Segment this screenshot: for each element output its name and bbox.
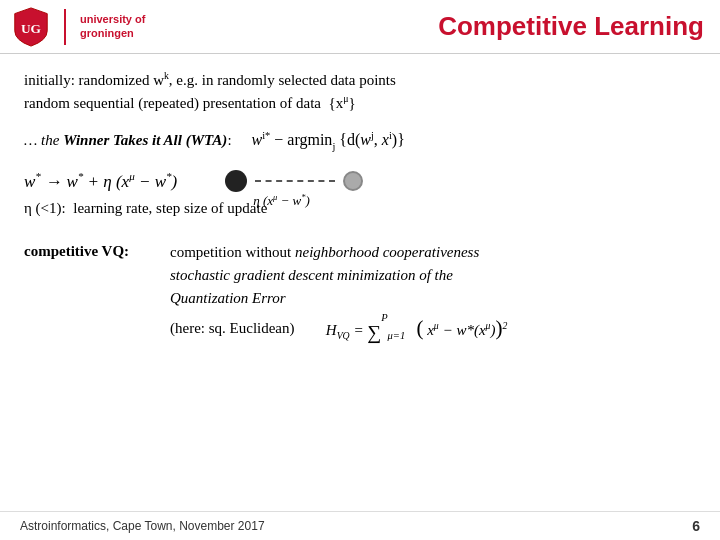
svg-text:UG: UG	[21, 20, 42, 35]
page-title: Competitive Learning	[438, 11, 704, 42]
diagram-label: η (xμ − w*)	[253, 192, 310, 209]
footer-page-number: 6	[692, 518, 700, 534]
competitive-line2: stochastic gradient descent minimization…	[170, 264, 507, 287]
eta-description: learning rate, step size of update	[73, 200, 267, 216]
wta-line: … the Winner Takes it All (WTA): wi* − a…	[24, 130, 696, 152]
competitive-section: competitive VQ: competition without neig…	[24, 241, 696, 345]
update-formula: w* → w* + η (xμ − w*)	[24, 170, 177, 192]
arrow-dashed	[255, 180, 335, 182]
dot-current	[225, 170, 247, 192]
hvq-formula: HVQ = ∑Pμ=1 ( xμ − w*(xμ))2	[326, 312, 508, 345]
university-name: university of groningen	[80, 13, 145, 39]
competitive-description: competition without neighborhood coopera…	[170, 241, 507, 345]
update-row: w* → w* + η (xμ − w*) η (xμ − w*)	[24, 170, 696, 192]
university-shield-icon: UG	[12, 6, 50, 48]
hvq-formula-row: (here: sq. Euclidean) HVQ = ∑Pμ=1 ( xμ −…	[170, 312, 507, 345]
header: UG university of groningen Competitive L…	[0, 0, 720, 54]
logo-divider	[64, 9, 66, 45]
footer-conference: Astroinformatics, Cape Town, November 20…	[20, 519, 265, 533]
diagram-area: η (xμ − w*)	[225, 170, 363, 192]
footer: Astroinformatics, Cape Town, November 20…	[0, 511, 720, 540]
intro-line1: initially: randomized wk, e.g. in random…	[24, 70, 696, 89]
wta-formula: wi* − argminj {d(wj, xi)}	[252, 130, 405, 152]
main-content: initially: randomized wk, e.g. in random…	[0, 54, 720, 355]
intro-line2: random sequential (repeated) presentatio…	[24, 93, 696, 112]
logo-area: UG university of groningen	[12, 6, 145, 48]
eta-line: η (<1): learning rate, step size of upda…	[24, 200, 696, 217]
dot-target	[343, 171, 363, 191]
competitive-label: competitive VQ:	[24, 241, 154, 260]
